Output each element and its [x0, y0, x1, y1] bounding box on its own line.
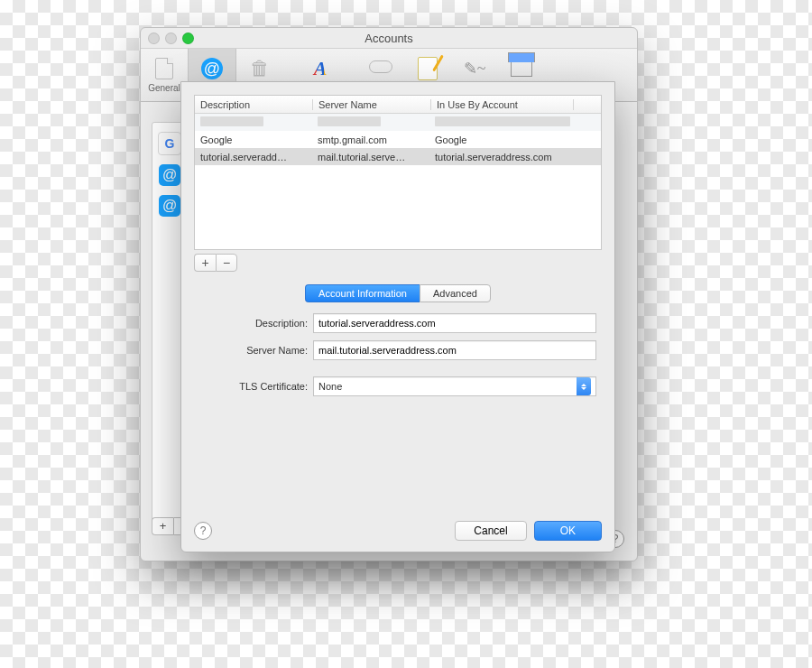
server-name-field[interactable] [313, 340, 596, 360]
remove-server-button[interactable]: − [216, 254, 237, 272]
mail-account-icon[interactable]: @ [159, 164, 180, 186]
cell-description: tutorial.serveradd… [195, 152, 312, 162]
table-row[interactable] [195, 114, 601, 131]
server-add-remove: + − [194, 254, 614, 272]
tls-certificate-label: TLS Certificate: [199, 381, 308, 392]
cancel-button[interactable]: Cancel [455, 521, 526, 541]
ok-button[interactable]: OK [534, 521, 602, 541]
google-account-icon[interactable]: G [158, 132, 181, 155]
glasses-icon [369, 57, 392, 80]
table-header: Description Server Name In Use By Accoun… [195, 96, 601, 114]
sheet-help-button[interactable]: ? [194, 522, 212, 540]
table-row[interactable]: Google smtp.gmail.com Google [195, 131, 601, 148]
tls-certificate-select[interactable]: None [313, 376, 596, 396]
mail-account-icon[interactable]: @ [159, 195, 180, 217]
toolbar-label: General [148, 83, 180, 93]
cell-description: Google [195, 135, 312, 145]
smtp-server-table: Description Server Name In Use By Accoun… [194, 95, 602, 250]
tab-account-information[interactable]: Account Information [305, 284, 420, 302]
compose-icon [418, 57, 438, 80]
window-title: Accounts [141, 32, 637, 45]
general-icon [155, 58, 173, 79]
cell-in-use: Google [429, 135, 601, 145]
cell-server: smtp.gmail.com [312, 135, 429, 145]
description-label: Description: [199, 318, 308, 329]
at-icon: @ [201, 58, 223, 79]
add-server-button[interactable]: + [194, 254, 216, 272]
table-row[interactable]: tutorial.serveradd… mail.tutorial.serve…… [195, 148, 601, 165]
cell-server: mail.tutorial.serve… [312, 152, 429, 162]
col-server-name[interactable]: Server Name [313, 99, 431, 110]
add-account-button[interactable]: + [152, 517, 173, 535]
signature-icon: ✎~ [463, 57, 486, 80]
sheet-tabs: Account Information Advanced [305, 284, 491, 302]
server-name-label: Server Name: [199, 345, 308, 356]
col-description[interactable]: Description [195, 99, 313, 110]
titlebar: Accounts [141, 28, 637, 49]
rules-icon [511, 61, 532, 77]
chevron-updown-icon [577, 377, 591, 395]
tls-value: None [318, 381, 342, 392]
trash-icon: 🗑 [248, 57, 272, 80]
smtp-servers-sheet: Description Server Name In Use By Accoun… [180, 81, 615, 552]
fonts-icon: A [309, 57, 332, 80]
cell-in-use: tutorial.serveraddress.com [429, 152, 601, 162]
tab-advanced[interactable]: Advanced [420, 284, 491, 302]
col-in-use[interactable]: In Use By Account [431, 99, 574, 110]
description-field[interactable] [313, 313, 596, 333]
